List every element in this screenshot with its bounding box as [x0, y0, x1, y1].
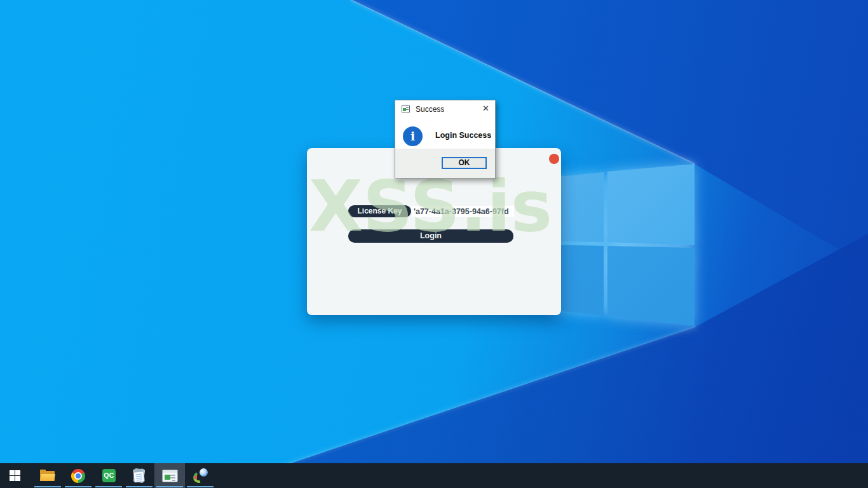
license-key-label: License Key — [348, 205, 411, 217]
qc-app-icon: QC — [102, 469, 116, 482]
running-indicator — [95, 486, 122, 487]
windows-logo — [545, 161, 696, 328]
dialog-close-icon[interactable]: ✕ — [482, 104, 489, 114]
ok-button[interactable]: OK — [442, 157, 487, 169]
dialog-message: Login Success — [435, 131, 491, 140]
taskbar: QC — [0, 463, 868, 488]
login-button[interactable]: Login — [348, 229, 513, 243]
dialog-app-icon — [402, 105, 410, 112]
chrome-icon — [71, 469, 85, 483]
dialog-titlebar: Success ✕ — [395, 100, 495, 118]
dialog-title: Success — [416, 105, 444, 114]
running-indicator — [126, 486, 153, 487]
running-indicator — [34, 486, 61, 487]
desktop: License Key Login XSS.is Success ✕ i Log… — [0, 0, 868, 488]
app-close-button[interactable] — [549, 154, 559, 164]
running-indicator — [187, 486, 214, 487]
taskbar-item-file-explorer[interactable] — [32, 463, 63, 488]
info-icon: i — [403, 126, 423, 146]
success-dialog: Success ✕ i Login Success OK — [395, 100, 496, 179]
running-indicator — [65, 486, 92, 487]
taskbar-item-notepad[interactable] — [124, 463, 154, 488]
taskbar-item-idm[interactable] — [185, 463, 215, 488]
taskbar-item-login-app-active[interactable] — [154, 463, 185, 488]
dialog-button-area: OK — [395, 149, 495, 178]
start-button[interactable] — [0, 463, 31, 488]
taskbar-item-qc-app[interactable]: QC — [93, 463, 124, 488]
file-explorer-icon — [40, 470, 55, 482]
taskbar-item-chrome[interactable] — [63, 463, 93, 488]
running-indicator — [156, 486, 183, 487]
license-key-input[interactable] — [412, 206, 514, 217]
start-icon — [10, 470, 20, 481]
idm-icon — [193, 468, 208, 483]
notepad-icon — [133, 468, 146, 483]
login-app-icon — [162, 470, 178, 482]
